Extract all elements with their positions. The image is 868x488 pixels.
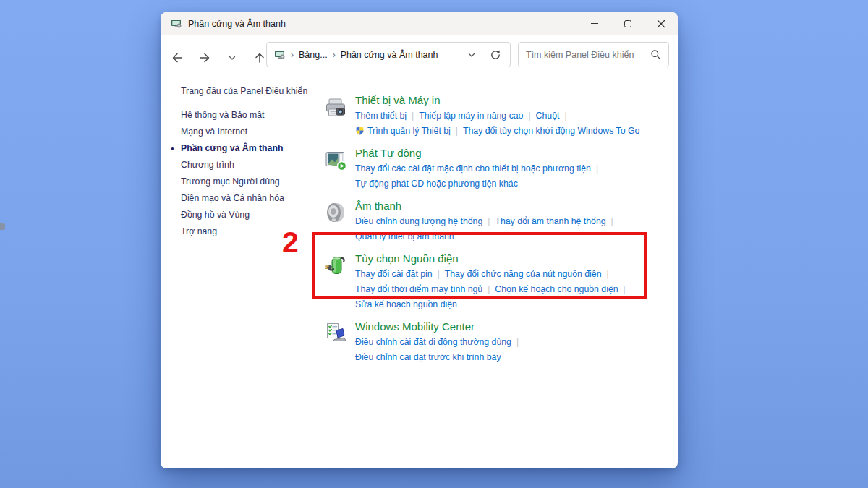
maximize-icon <box>624 20 631 27</box>
section-body: Windows Mobility CenterĐiều chỉnh cài đặ… <box>355 320 524 364</box>
title-bar: Phần cứng và Âm thanh <box>161 12 678 35</box>
sidebar-item[interactable]: Đồng hồ và Vùng <box>181 207 318 223</box>
link-separator: | <box>564 111 566 121</box>
autoplay-icon <box>324 148 347 171</box>
link-separator: | <box>488 216 490 226</box>
task-link[interactable]: Thay đổi cài đặt pin <box>355 269 433 279</box>
speaker-icon <box>324 201 347 224</box>
task-link[interactable]: Sửa kế hoạch nguồn điện <box>355 299 457 309</box>
close-icon <box>657 20 665 28</box>
section-title-link[interactable]: Windows Mobility Center <box>355 320 524 334</box>
task-link[interactable]: Thay đổi âm thanh hệ thống <box>495 216 605 226</box>
sidebar-item-label: Trương mục Người dùng <box>181 176 280 187</box>
task-link[interactable]: Trình quản lý Thiết bị <box>367 126 451 136</box>
sidebar-item-label: Đồng hồ và Vùng <box>181 210 250 220</box>
section-title-link[interactable]: Phát Tự động <box>355 146 603 160</box>
address-bar-actions <box>467 49 503 61</box>
task-link-row: Thay đổi các cài đặt mặc định cho thiết … <box>355 160 603 176</box>
link-separator: | <box>488 284 490 294</box>
task-link[interactable]: Thay đổi các cài đặt mặc định cho thiết … <box>355 163 591 174</box>
sidebar-item-label: Hệ thống và Bảo mật <box>181 110 265 120</box>
section-title-link[interactable]: Thiết bị và Máy in <box>355 93 639 108</box>
search-box <box>518 42 669 67</box>
section-body: Tùy chọn Nguồn điệnThay đổi cài đặt pin|… <box>355 252 631 312</box>
recent-pages-button[interactable] <box>224 50 240 66</box>
section-sound: Âm thanhĐiều chỉnh dung lượng hệ thống|T… <box>324 199 661 244</box>
sidebar-item-label: Chương trình <box>181 160 234 170</box>
sidebar-item[interactable]: Chương trình <box>181 157 318 174</box>
link-separator: | <box>611 216 613 226</box>
back-button[interactable] <box>169 50 185 66</box>
task-link-row: Điều chỉnh cài đặt di động thường dùng| <box>355 334 524 349</box>
section-mobility-center: Windows Mobility CenterĐiều chỉnh cài đặ… <box>324 320 661 364</box>
link-separator: | <box>456 126 458 136</box>
sidebar-item[interactable]: ●Phần cứng và Âm thanh <box>181 140 318 157</box>
section-title-link[interactable]: Tùy chọn Nguồn điện <box>355 252 631 266</box>
sections-list: Thiết bị và Máy inThêm thiết bị|Thiếp lậ… <box>324 93 661 372</box>
breadcrumb-root[interactable]: Bảng... <box>299 50 328 60</box>
task-link[interactable]: Quản lý thiết bị âm thanh <box>355 231 454 241</box>
task-link[interactable]: Thay đổi thời điểm máy tính ngủ <box>355 284 482 294</box>
task-link-row: Trình quản lý Thiết bị|Thay đổi tùy chọn… <box>355 123 639 138</box>
search-icon[interactable] <box>650 49 661 60</box>
address-bar[interactable]: › Bảng... › Phần cứng và Âm thanh <box>266 42 511 67</box>
task-link-row: Thêm thiết bị|Thiếp lập máy in nâng cao|… <box>355 108 639 123</box>
link-separator: | <box>607 269 609 279</box>
task-link[interactable]: Thiếp lập máy in nâng cao <box>419 111 523 121</box>
address-dropdown-icon[interactable] <box>467 51 476 59</box>
link-separator: | <box>528 111 530 121</box>
breadcrumb-separator: › <box>333 50 336 60</box>
task-link-row: Tự động phát CD hoặc phương tiện khác <box>355 176 603 191</box>
sidebar-item-label: Phần cứng và Âm thanh <box>181 143 283 153</box>
link-separator: | <box>596 163 598 174</box>
sidebar-home-link[interactable]: Trang đầu của Panel Điều khiển <box>181 83 318 100</box>
task-link[interactable]: Thay đổi tùy chọn khởi động Windows To G… <box>463 126 639 136</box>
up-button[interactable] <box>252 50 268 66</box>
task-link[interactable]: Thêm thiết bị <box>355 111 407 121</box>
forward-button[interactable] <box>197 50 213 66</box>
task-link[interactable]: Điều chỉnh cài đặt trước khi trình bày <box>355 352 501 362</box>
task-link[interactable]: Điều chỉnh dung lượng hệ thống <box>355 216 482 226</box>
section-devices-and-printers: Thiết bị và Máy inThêm thiết bị|Thiếp lậ… <box>324 93 661 138</box>
sidebar-nav: Hệ thống và Bảo mậtMạng và Internet●Phần… <box>181 107 318 240</box>
task-link[interactable]: Chuột <box>536 111 560 121</box>
section-title-link[interactable]: Âm thanh <box>355 199 618 213</box>
link-separator: | <box>624 284 626 294</box>
close-button[interactable] <box>644 12 678 35</box>
task-link[interactable]: Điều chỉnh cài đặt di động thường dùng <box>355 337 511 347</box>
section-body: Âm thanhĐiều chỉnh dung lượng hệ thống|T… <box>355 199 618 244</box>
sidebar-item-label: Trợ năng <box>181 226 217 236</box>
sidebar-item-label: Mạng và Internet <box>181 127 247 137</box>
printer-icon <box>324 95 347 119</box>
task-link[interactable]: Tự động phát CD hoặc phương tiện khác <box>355 179 518 189</box>
power-icon <box>324 254 347 277</box>
minimize-button[interactable] <box>578 12 611 35</box>
task-link-row: Sửa kế hoạch nguồn điện <box>355 296 631 312</box>
sidebar-item[interactable]: Mạng và Internet <box>181 124 318 140</box>
refresh-icon[interactable] <box>490 49 501 61</box>
sidebar-item[interactable]: Hệ thống và Bảo mật <box>181 107 318 124</box>
uac-shield-icon <box>355 124 365 134</box>
sidebar-item-label: Diện mạo và Cá nhân hóa <box>181 193 284 203</box>
task-link-row: Điều chỉnh dung lượng hệ thống|Thay đổi … <box>355 213 618 228</box>
up-arrow-icon <box>253 51 266 64</box>
forward-arrow-icon <box>198 51 211 64</box>
breadcrumb-current[interactable]: Phần cứng và Âm thanh <box>341 50 438 60</box>
sidebar-item[interactable]: Trương mục Người dùng <box>181 174 318 190</box>
section-body: Thiết bị và Máy inThêm thiết bị|Thiếp lậ… <box>355 93 639 138</box>
sidebar: Trang đầu của Panel Điều khiển Hệ thống … <box>181 83 318 240</box>
task-link[interactable]: Chọn kế hoạch cho nguồn điện <box>495 284 618 294</box>
section-body: Phát Tự độngThay đổi các cài đặt mặc địn… <box>355 146 603 191</box>
control-panel-window: Phần cứng và Âm thanh <box>161 12 678 468</box>
search-input[interactable] <box>526 50 650 60</box>
active-item-bullet-icon: ● <box>171 140 174 157</box>
maximize-button[interactable] <box>611 12 644 35</box>
task-link-row: Thay đổi cài đặt pin|Thay đổi chức năng … <box>355 266 631 281</box>
chevron-down-icon <box>228 53 237 62</box>
task-link[interactable]: Thay đổi chức năng của nút nguồn điện <box>445 269 602 279</box>
task-link-row: Quản lý thiết bị âm thanh <box>355 228 618 244</box>
sidebar-item[interactable]: Diện mạo và Cá nhân hóa <box>181 190 318 207</box>
screen-edge-artifact <box>0 223 5 230</box>
breadcrumb-separator: › <box>291 50 294 60</box>
control-panel-icon <box>171 18 182 30</box>
